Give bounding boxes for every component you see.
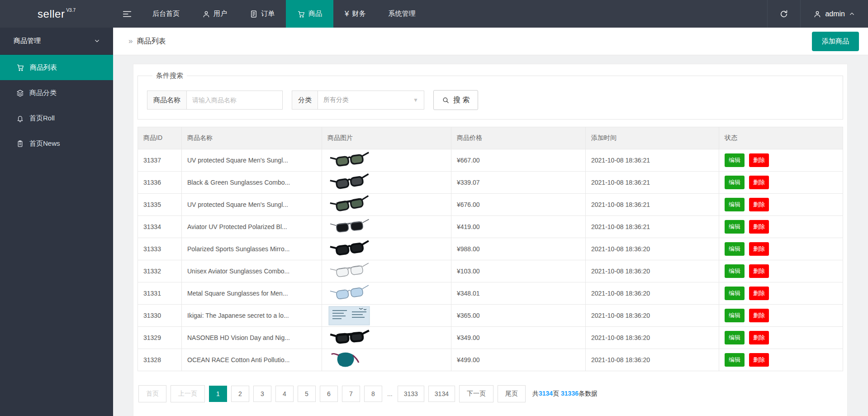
cell-product-image	[322, 238, 451, 260]
delete-button[interactable]: 删除	[749, 153, 769, 167]
sidebar-item-label: 首页Roll	[29, 114, 55, 123]
cell-add-time: 2021-10-08 18:36:20	[586, 282, 719, 305]
sidebar-item-商品列表[interactable]: 商品列表	[0, 55, 113, 80]
product-thumbnail-rimless-metal	[327, 261, 373, 282]
category-group: 分类 所有分类 ▼	[292, 91, 424, 110]
edit-button[interactable]: 编辑	[725, 353, 745, 367]
refresh-icon[interactable]	[768, 0, 800, 28]
delete-button[interactable]: 删除	[749, 220, 769, 234]
table-row: 31332Unisex Aviator Sunglasses Combo... …	[138, 260, 843, 282]
cell-product-id: 31328	[138, 349, 182, 371]
top-navbar: seller V3.7 后台首页用户订单商品¥财务系统管理 admin	[0, 0, 868, 28]
search-panel-legend: 条件搜索	[152, 72, 187, 80]
edit-button[interactable]: 编辑	[725, 198, 745, 211]
pager-page-1[interactable]: 1	[209, 386, 227, 402]
product-thumbnail-goggle-dark	[327, 328, 373, 348]
cell-product-name: Black & Green Sunglasses Combo...	[182, 172, 322, 194]
chevron-down-icon	[94, 38, 100, 44]
pager-page-5[interactable]: 5	[298, 386, 316, 402]
edit-button[interactable]: 编辑	[725, 309, 745, 322]
delete-button[interactable]: 删除	[749, 198, 769, 211]
sidebar-group-goods[interactable]: 商品管理	[0, 28, 113, 55]
category-selected-value: 所有分类	[323, 96, 349, 104]
sidebar-item-label: 商品分类	[29, 89, 57, 97]
pager-page-3133[interactable]: 3133	[398, 386, 424, 402]
cell-product-image	[322, 149, 451, 172]
pager-page-8[interactable]: 8	[364, 386, 382, 402]
pager-page-7[interactable]: 7	[342, 386, 360, 402]
product-thumbnail-mask-teal	[327, 350, 373, 370]
search-icon	[442, 96, 450, 104]
user-menu[interactable]: admin	[801, 0, 868, 28]
pager-page-3134[interactable]: 3134	[428, 386, 455, 402]
cell-status: 编辑删除	[719, 149, 843, 172]
edit-button[interactable]: 编辑	[725, 220, 745, 234]
header-product-price: 商品价格	[451, 127, 586, 149]
search-button-label: 搜 索	[453, 96, 470, 105]
cell-add-time: 2021-10-08 18:36:21	[586, 149, 719, 172]
pager-next-button[interactable]: 下一页	[459, 385, 493, 402]
cell-status: 编辑删除	[719, 305, 843, 327]
sidebar-item-label: 商品列表	[30, 63, 57, 72]
sidebar-item-首页Roll[interactable]: 首页Roll	[0, 105, 113, 131]
delete-button[interactable]: 删除	[749, 242, 769, 256]
category-select[interactable]: 所有分类 ▼	[318, 91, 424, 110]
pagination: 首页上一页12345678...31333134下一页尾页共3134页 3133…	[138, 385, 843, 402]
sidebar-group-label: 商品管理	[14, 37, 41, 45]
sidebar-item-商品分类[interactable]: 商品分类	[0, 80, 113, 105]
menu-toggle-icon[interactable]	[113, 0, 141, 28]
edit-button[interactable]: 编辑	[725, 287, 745, 300]
nav-item-label: 系统管理	[388, 10, 415, 18]
edit-button[interactable]: 编辑	[725, 176, 745, 189]
delete-button[interactable]: 删除	[749, 353, 769, 367]
product-thumbnail-sport-wrap	[327, 239, 373, 259]
delete-button[interactable]: 删除	[749, 331, 769, 344]
nav-item-label: 用户	[213, 10, 227, 18]
pager-page-4[interactable]: 4	[275, 386, 294, 402]
delete-button[interactable]: 删除	[749, 264, 769, 278]
delete-button[interactable]: 删除	[749, 287, 769, 300]
nav-item-财务[interactable]: ¥财务	[333, 0, 377, 28]
edit-button[interactable]: 编辑	[725, 153, 745, 167]
pager-page-2[interactable]: 2	[231, 386, 249, 402]
nav-item-系统管理[interactable]: 系统管理	[377, 0, 427, 28]
pager-page-6[interactable]: 6	[320, 386, 338, 402]
pager-last-button[interactable]: 尾页	[498, 385, 526, 402]
cell-product-name: Aviator UV Protected Polarized Bl...	[182, 216, 322, 238]
bell-icon	[16, 115, 24, 122]
edit-button[interactable]: 编辑	[725, 242, 745, 256]
nav-item-label: 财务	[352, 10, 365, 18]
nav-item-后台首页[interactable]: 后台首页	[141, 0, 191, 28]
search-panel: 条件搜索 商品名称 分类 所有分类 ▼	[138, 72, 843, 120]
nav-item-label: 订单	[261, 10, 275, 18]
product-thumbnail-aviator-green	[327, 195, 373, 215]
search-button[interactable]: 搜 索	[433, 90, 478, 110]
cell-product-price: ¥667.00	[451, 149, 586, 172]
nav-item-商品[interactable]: 商品	[286, 0, 333, 28]
cell-product-image	[322, 305, 451, 327]
delete-button[interactable]: 删除	[749, 176, 769, 189]
cell-product-id: 31337	[138, 149, 182, 172]
cell-status: 编辑删除	[719, 282, 843, 305]
page-title: 商品列表	[137, 37, 166, 46]
cell-product-price: ¥365.00	[451, 305, 586, 327]
header-product-name: 商品名称	[182, 127, 322, 149]
layers-icon	[16, 89, 24, 97]
select-arrow-icon: ▼	[413, 97, 418, 103]
edit-button[interactable]: 编辑	[725, 264, 745, 278]
cell-product-id: 31332	[138, 260, 182, 282]
cell-product-name: Ikigai: The Japanese secret to a lo...	[182, 305, 322, 327]
cell-status: 编辑删除	[719, 172, 843, 194]
nav-item-订单[interactable]: 订单	[238, 0, 286, 28]
delete-button[interactable]: 删除	[749, 309, 769, 322]
pager-page-3[interactable]: 3	[253, 386, 271, 402]
sidebar-item-label: 首页News	[29, 139, 60, 148]
user-icon	[202, 10, 210, 18]
product-name-input[interactable]	[187, 91, 283, 110]
yen-icon: ¥	[345, 10, 349, 18]
sidebar-item-首页News[interactable]: 首页News	[0, 131, 113, 156]
nav-item-用户[interactable]: 用户	[191, 0, 238, 28]
edit-button[interactable]: 编辑	[725, 331, 745, 344]
add-product-button[interactable]: 添加商品	[812, 32, 859, 51]
cell-product-price: ¥348.01	[451, 282, 586, 305]
